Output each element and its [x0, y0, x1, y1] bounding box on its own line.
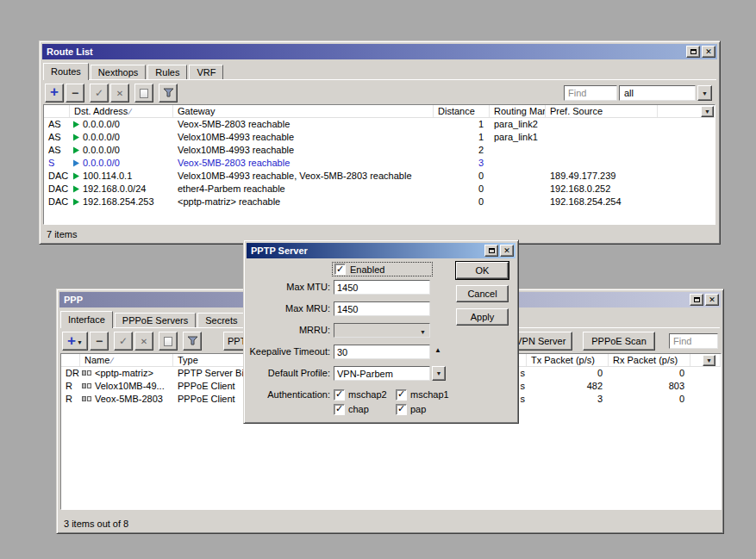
- tab-routes[interactable]: Routes: [43, 63, 89, 80]
- enabled-checkbox-group[interactable]: Enabled: [332, 262, 433, 276]
- col-flags[interactable]: [44, 105, 70, 117]
- cell-distance: 0: [434, 183, 490, 196]
- tab-secrets[interactable]: Secrets: [197, 313, 245, 327]
- route-row[interactable]: DAC 192.168.0.0/24 ether4-Parbem reachab…: [44, 183, 715, 196]
- cell-distance: 2: [434, 144, 490, 157]
- mschap1-checkbox[interactable]: [396, 389, 407, 401]
- enabled-checkbox[interactable]: [334, 264, 346, 275]
- route-active-icon: [72, 121, 80, 128]
- close-button[interactable]: [702, 46, 715, 58]
- keepalive-field[interactable]: [334, 345, 430, 359]
- auth-mschap2[interactable]: mschap2: [334, 388, 387, 401]
- cell-pref-source: 192.168.254.254: [546, 196, 658, 208]
- chevron-down-icon: [77, 336, 83, 346]
- route-row[interactable]: AS 0.0.0.0/0 Velox10MB-4993 reachable 1 …: [44, 131, 715, 144]
- cell-pref-source: 189.49.177.239: [546, 170, 658, 183]
- filter-button[interactable]: [159, 84, 178, 102]
- col-name[interactable]: Name: [80, 354, 173, 366]
- col-distance[interactable]: Distance: [434, 105, 490, 117]
- remove-button[interactable]: [66, 84, 84, 102]
- comment-button[interactable]: [159, 332, 178, 351]
- col-dst-address[interactable]: Dst. Address: [70, 105, 173, 117]
- route-row[interactable]: DAC 100.114.0.1 Velox10MB-4993 reachable…: [44, 170, 715, 183]
- route-row-inactive[interactable]: S 0.0.0.0/0 Veox-5MB-2803 reachable 3: [44, 157, 715, 170]
- auth-mschap1[interactable]: mschap1: [396, 388, 449, 401]
- window-title: PPTP Server: [251, 245, 308, 256]
- route-list-titlebar[interactable]: Route List: [42, 44, 717, 59]
- cell-routing-mark: [490, 170, 546, 183]
- window-controls: [484, 245, 515, 257]
- tab-rules[interactable]: Rules: [147, 65, 187, 79]
- maximize-button[interactable]: [690, 294, 703, 306]
- route-active-icon: [72, 172, 80, 180]
- disable-button[interactable]: [134, 332, 153, 351]
- apply-button[interactable]: Apply: [456, 308, 509, 326]
- mschap2-checkbox[interactable]: [334, 389, 345, 401]
- column-select-button[interactable]: [703, 355, 715, 366]
- cell-tx: 0: [527, 367, 609, 380]
- pap-checkbox[interactable]: [396, 404, 407, 415]
- maximize-button[interactable]: [484, 245, 498, 257]
- col-rx-packet[interactable]: Rx Packet (p/s): [609, 354, 690, 366]
- default-profile-field[interactable]: [334, 366, 430, 381]
- tab-pppoe-servers[interactable]: PPPoE Servers: [115, 313, 196, 327]
- max-mtu-field[interactable]: [334, 280, 430, 295]
- comment-button[interactable]: [134, 84, 153, 102]
- close-button[interactable]: [705, 294, 719, 306]
- spinner-up-icon[interactable]: ▲: [434, 346, 441, 354]
- filter-scope-dropdown-button[interactable]: [697, 85, 712, 101]
- remove-button[interactable]: [90, 332, 109, 351]
- enable-button[interactable]: [114, 332, 133, 351]
- cell-distance: 0: [434, 196, 490, 208]
- col-flags[interactable]: [61, 354, 80, 366]
- cell-distance: 0: [434, 170, 490, 183]
- cell-flags: R: [61, 393, 80, 406]
- enable-button[interactable]: [90, 84, 109, 102]
- max-mru-field[interactable]: [334, 301, 430, 316]
- find-input[interactable]: [564, 85, 617, 101]
- col-tx-packet[interactable]: Tx Packet (p/s): [527, 354, 609, 366]
- comment-icon: [140, 89, 148, 98]
- route-active-icon: [72, 146, 80, 154]
- auth-pap[interactable]: pap: [396, 403, 426, 415]
- disable-button[interactable]: [110, 84, 129, 102]
- cell-rx: 803: [609, 380, 690, 393]
- tab-interface[interactable]: Interface: [60, 311, 113, 328]
- tab-nexthops[interactable]: Nexthops: [91, 65, 146, 79]
- cancel-button[interactable]: Cancel: [456, 285, 509, 302]
- chap-checkbox[interactable]: [334, 404, 345, 415]
- comment-icon: [164, 337, 172, 346]
- default-profile-dropdown-button[interactable]: [432, 366, 446, 381]
- auth-chap[interactable]: chap: [334, 403, 369, 415]
- cell-routing-mark: [490, 157, 546, 170]
- funnel-icon: [163, 88, 174, 98]
- col-gateway[interactable]: Gateway: [173, 105, 434, 117]
- cell-rx: 0: [609, 393, 690, 406]
- filter-scope-combo[interactable]: all: [619, 85, 696, 101]
- route-row[interactable]: DAC 192.168.254.253 <pptp-matriz> reacha…: [44, 196, 715, 208]
- pptp-titlebar[interactable]: PPTP Server: [247, 243, 515, 258]
- pppoe-scan-button[interactable]: PPPoE Scan: [583, 332, 655, 351]
- add-dropdown-button[interactable]: [62, 332, 88, 351]
- col-routing-mark[interactable]: Routing Mark: [490, 105, 546, 117]
- cell-gateway: Veox-5MB-2803 reachable: [173, 157, 434, 170]
- cell-pref-source: [546, 131, 658, 144]
- route-toolbar: all: [45, 84, 715, 103]
- route-active-icon: [72, 185, 80, 193]
- column-select-button[interactable]: [701, 106, 714, 117]
- maximize-button[interactable]: [686, 46, 700, 58]
- ok-button[interactable]: OK: [456, 262, 509, 279]
- cell-distance: 3: [434, 157, 490, 170]
- mrru-dropdown[interactable]: [334, 323, 430, 338]
- enabled-label: Enabled: [350, 264, 384, 275]
- route-row[interactable]: AS 0.0.0.0/0 Veox-5MB-2803 reachable 1 p…: [44, 118, 715, 131]
- add-button[interactable]: [45, 84, 64, 102]
- tab-vrf[interactable]: VRF: [189, 65, 223, 79]
- route-row[interactable]: AS 0.0.0.0/0 Velox10MB-4993 reachable 2: [44, 144, 715, 157]
- close-button[interactable]: [500, 245, 514, 257]
- filter-button[interactable]: [183, 332, 202, 351]
- route-table-header: Dst. Address Gateway Distance Routing Ma…: [44, 105, 715, 118]
- find-input[interactable]: [669, 333, 718, 349]
- col-pref-source[interactable]: Pref. Source: [546, 105, 658, 117]
- window-title: PPP: [64, 295, 83, 305]
